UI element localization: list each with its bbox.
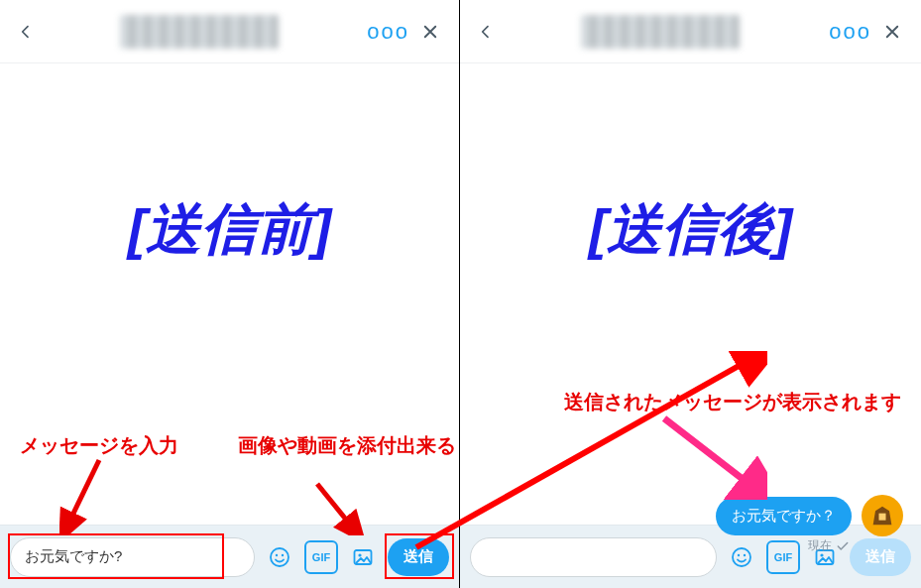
close-button[interactable] bbox=[877, 23, 907, 41]
state-heading-after: [送信後] bbox=[460, 192, 921, 268]
chat-body: [送信後] お元気ですか？ 現在 送信されたメッセージが表示されます bbox=[460, 63, 921, 525]
message-input[interactable] bbox=[470, 537, 717, 577]
chevron-left-icon bbox=[478, 24, 494, 40]
close-button[interactable] bbox=[415, 23, 445, 41]
avatar-icon bbox=[868, 502, 896, 529]
close-icon bbox=[421, 23, 439, 41]
close-icon bbox=[883, 23, 901, 41]
sent-message-row: お元気ですか？ bbox=[716, 495, 903, 536]
svg-point-2 bbox=[282, 553, 284, 555]
annotation-sent-hint: 送信されたメッセージが表示されます bbox=[564, 389, 901, 415]
svg-line-8 bbox=[664, 418, 751, 486]
header: ooo bbox=[0, 0, 459, 63]
before-send-panel: ooo [送信前] GIF 送信 メッセージを入力 画像や動画を添付出来る bbox=[0, 0, 460, 588]
header: ooo bbox=[460, 0, 921, 63]
svg-point-4 bbox=[358, 553, 361, 556]
picture-icon bbox=[351, 545, 375, 569]
smile-icon bbox=[268, 545, 291, 569]
back-button[interactable] bbox=[474, 20, 498, 44]
message-input[interactable] bbox=[10, 537, 255, 577]
after-send-panel: ooo [送信後] お元気ですか？ 現在 送信されたメッセージが表示されます bbox=[460, 0, 921, 588]
state-heading-before: [送信前] bbox=[0, 192, 459, 268]
back-button[interactable] bbox=[14, 20, 38, 44]
more-options-button[interactable]: ooo bbox=[823, 19, 877, 45]
sent-message-meta: 現在 bbox=[808, 537, 850, 554]
smile-icon bbox=[730, 545, 753, 569]
send-button-disabled: 送信 bbox=[850, 538, 911, 576]
message-timestamp: 現在 bbox=[808, 537, 832, 554]
gif-button[interactable]: GIF bbox=[304, 540, 338, 574]
svg-point-10 bbox=[738, 553, 740, 555]
delivered-check-icon bbox=[836, 539, 850, 553]
chat-body: [送信前] bbox=[0, 63, 459, 525]
annotation-arrow-sent bbox=[658, 412, 767, 500]
svg-rect-7 bbox=[879, 514, 886, 521]
svg-point-1 bbox=[276, 553, 278, 555]
chat-title-obscured bbox=[120, 15, 279, 49]
send-button[interactable]: 送信 bbox=[388, 538, 449, 576]
emoji-button[interactable] bbox=[725, 540, 758, 574]
attach-image-button[interactable] bbox=[346, 540, 380, 574]
gif-button[interactable]: GIF bbox=[766, 540, 800, 574]
message-input-bar: GIF 送信 bbox=[0, 525, 459, 588]
sent-message-bubble[interactable]: お元気ですか？ bbox=[716, 497, 852, 535]
emoji-button[interactable] bbox=[263, 540, 296, 574]
more-options-button[interactable]: ooo bbox=[361, 19, 415, 45]
chevron-left-icon bbox=[18, 24, 34, 40]
svg-point-9 bbox=[733, 548, 750, 566]
svg-point-0 bbox=[271, 548, 288, 566]
chat-title-obscured bbox=[581, 15, 740, 49]
avatar[interactable] bbox=[862, 495, 903, 536]
svg-point-11 bbox=[744, 553, 746, 555]
